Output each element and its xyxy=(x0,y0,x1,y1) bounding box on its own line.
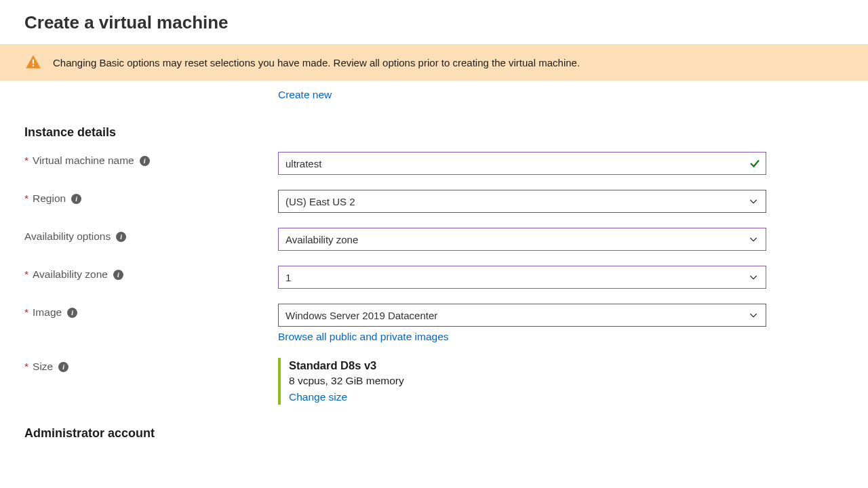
section-instance-details: Instance details xyxy=(24,125,844,140)
create-new-link[interactable]: Create new xyxy=(278,89,332,100)
section-admin-account: Administrator account xyxy=(24,426,844,441)
chevron-down-icon xyxy=(748,310,759,321)
avail-zone-label: * Availability zone i xyxy=(24,266,278,281)
region-label: * Region i xyxy=(24,190,278,205)
warning-message: Changing Basic options may reset selecti… xyxy=(53,57,580,68)
size-label: * Size i xyxy=(24,358,278,373)
avail-options-label: Availability options i xyxy=(24,228,278,243)
avail-zone-dropdown[interactable]: 1 xyxy=(278,266,766,289)
info-icon[interactable]: i xyxy=(116,232,126,242)
page-title: Create a virtual machine xyxy=(0,0,868,44)
chevron-down-icon xyxy=(748,234,759,245)
svg-rect-1 xyxy=(33,65,34,66)
info-icon[interactable]: i xyxy=(71,194,81,204)
warning-banner: Changing Basic options may reset selecti… xyxy=(0,44,868,81)
chevron-down-icon xyxy=(748,272,759,283)
image-dropdown[interactable]: Windows Server 2019 Datacenter xyxy=(278,304,766,327)
region-dropdown[interactable]: (US) East US 2 xyxy=(278,190,766,213)
size-spec: 8 vcpus, 32 GiB memory xyxy=(289,375,766,387)
info-icon[interactable]: i xyxy=(58,362,68,372)
checkmark-icon xyxy=(749,157,761,169)
change-size-link[interactable]: Change size xyxy=(289,391,347,403)
vm-name-input[interactable] xyxy=(278,152,766,175)
size-card: Standard D8s v3 8 vcpus, 32 GiB memory C… xyxy=(278,358,766,405)
vm-name-label: * Virtual machine name i xyxy=(24,152,278,167)
svg-rect-0 xyxy=(33,60,34,64)
size-name: Standard D8s v3 xyxy=(289,359,766,372)
browse-images-link[interactable]: Browse all public and private images xyxy=(278,331,449,342)
info-icon[interactable]: i xyxy=(113,270,123,280)
info-icon[interactable]: i xyxy=(140,156,150,166)
info-icon[interactable]: i xyxy=(67,308,77,318)
image-label: * Image i xyxy=(24,304,278,319)
avail-options-dropdown[interactable]: Availability zone xyxy=(278,228,766,251)
warning-icon xyxy=(24,54,42,71)
chevron-down-icon xyxy=(748,196,759,207)
